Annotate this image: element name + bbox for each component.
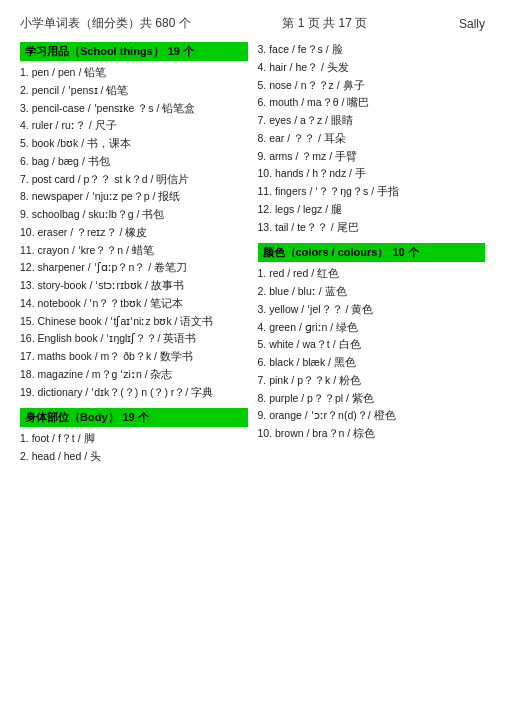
list-item: 10. hands / h？ndz / 手 — [258, 166, 486, 182]
list-item: 2. blue / bluː / 蓝色 — [258, 284, 486, 300]
list-item: 4. green / ɡriːn / 绿色 — [258, 320, 486, 336]
list-item: 8. newspaper / ˈnjuːz pe？p / 报纸 — [20, 189, 248, 205]
list-item: 5. nose / n？？z / 鼻子 — [258, 78, 486, 94]
list-item: 13. tail / te？？ / 尾巴 — [258, 220, 486, 236]
section-label-colors: 颜色（colors / colours） — [263, 245, 389, 260]
page-number: 第 1 页 共 17 页 — [282, 15, 367, 32]
left-column: 学习用品（School things） 19 个 1. pen / pen / … — [20, 42, 248, 467]
section-count-body: 19 个 — [123, 410, 149, 425]
school-items-list: 1. pen / pen / 铅笔 2. pencil / ˈpensɪ / 铅… — [20, 65, 248, 400]
list-item: 9. schoolbag / skuːlb？g / 书包 — [20, 207, 248, 223]
list-item: 9. orange / ˈɔːr？n(d)？/ 橙色 — [258, 408, 486, 424]
list-item: 6. black / blæk / 黑色 — [258, 355, 486, 371]
list-item: 2. head / hed / 头 — [20, 449, 248, 465]
list-item: 11. fingers / ˈ？？ŋg？s / 手指 — [258, 184, 486, 200]
list-item: 8. ear / ？？ / 耳朵 — [258, 131, 486, 147]
list-item: 8. purple / p？？pl / 紫色 — [258, 391, 486, 407]
list-item: 3. yellow / ˈjel？？ / 黄色 — [258, 302, 486, 318]
list-item: 18. magazine / m？g ˈziːn / 杂志 — [20, 367, 248, 383]
list-item: 4. hair / he？ / 头发 — [258, 60, 486, 76]
list-item: 5. white / wa？t / 白色 — [258, 337, 486, 353]
list-item: 7. eyes / a？z / 眼睛 — [258, 113, 486, 129]
list-item: 12. sharpener / ˈʃɑːp？n？ / 卷笔刀 — [20, 260, 248, 276]
section-header-colors: 颜色（colors / colours） 10 个 — [258, 243, 486, 262]
list-item: 10. eraser / ？reɪz？ / 橡皮 — [20, 225, 248, 241]
body-items-list: 1. foot / f？t / 脚 2. head / hed / 头 — [20, 431, 248, 465]
body-section: 身体部位（Body） 19 个 1. foot / f？t / 脚 2. hea… — [20, 408, 248, 465]
list-item: 7. pink / p？？k / 粉色 — [258, 373, 486, 389]
colors-section: 颜色（colors / colours） 10 个 1. red / red /… — [258, 243, 486, 442]
list-item: 17. maths book / m？ ðb？k / 数学书 — [20, 349, 248, 365]
list-item: 1. red / red / 红色 — [258, 266, 486, 282]
document-title: 小学单词表（细分类）共 680 个 — [20, 15, 191, 32]
list-item: 2. pencil / ˈpensɪ / 铅笔 — [20, 83, 248, 99]
right-top-items: 3. face / fe？s / 脸 4. hair / he？ / 头发 5.… — [258, 42, 486, 235]
list-item: 6. bag / bæg / 书包 — [20, 154, 248, 170]
right-column: 3. face / fe？s / 脸 4. hair / he？ / 头发 5.… — [258, 42, 486, 467]
colors-items-list: 1. red / red / 红色 2. blue / bluː / 蓝色 3.… — [258, 266, 486, 442]
list-item: 1. pen / pen / 铅笔 — [20, 65, 248, 81]
list-item: 1. foot / f？t / 脚 — [20, 431, 248, 447]
page-header: 小学单词表（细分类）共 680 个 第 1 页 共 17 页 Sally — [20, 15, 485, 32]
main-content: 学习用品（School things） 19 个 1. pen / pen / … — [20, 42, 485, 467]
list-item: 15. Chinese book / ˈtʃaɪˈniːz bʊk / 语文书 — [20, 314, 248, 330]
list-item: 14. notebook / ˈn？？tbʊk / 笔记本 — [20, 296, 248, 312]
list-item: 7. post card / p？？ st k？d / 明信片 — [20, 172, 248, 188]
list-item: 3. pencil-case / ˈpensɪke ？s / 铅笔盒 — [20, 101, 248, 117]
page-wrapper: 小学单词表（细分类）共 680 个 第 1 页 共 17 页 Sally 学习用… — [20, 15, 485, 467]
list-item: 5. book /bʊk / 书，课本 — [20, 136, 248, 152]
section-count-school: 19 个 — [168, 44, 194, 59]
list-item: 12. legs / legz / 腿 — [258, 202, 486, 218]
list-item: 6. mouth / ma？θ / 嘴巴 — [258, 95, 486, 111]
author-name: Sally — [459, 17, 485, 31]
list-item: 3. face / fe？s / 脸 — [258, 42, 486, 58]
list-item: 16. English book / ˈɪŋglɪʃ？？/ 英语书 — [20, 331, 248, 347]
list-item: 13. story-book / ˈstɔːrɪbʊk / 故事书 — [20, 278, 248, 294]
list-item: 19. dictionary / ˈdɪk？(？) n (？) r？/ 字典 — [20, 385, 248, 401]
section-header-body: 身体部位（Body） 19 个 — [20, 408, 248, 427]
section-label-school: 学习用品（School things） — [25, 44, 164, 59]
section-count-colors: 10 个 — [392, 245, 418, 260]
list-item: 4. ruler / ruː？ / 尺子 — [20, 118, 248, 134]
list-item: 9. arms / ？mz / 手臂 — [258, 149, 486, 165]
section-header-school-things: 学习用品（School things） 19 个 — [20, 42, 248, 61]
list-item: 10. brown / bra？n / 棕色 — [258, 426, 486, 442]
list-item: 11. crayon / ˈkre？？n / 蜡笔 — [20, 243, 248, 259]
section-label-body: 身体部位（Body） — [25, 410, 119, 425]
